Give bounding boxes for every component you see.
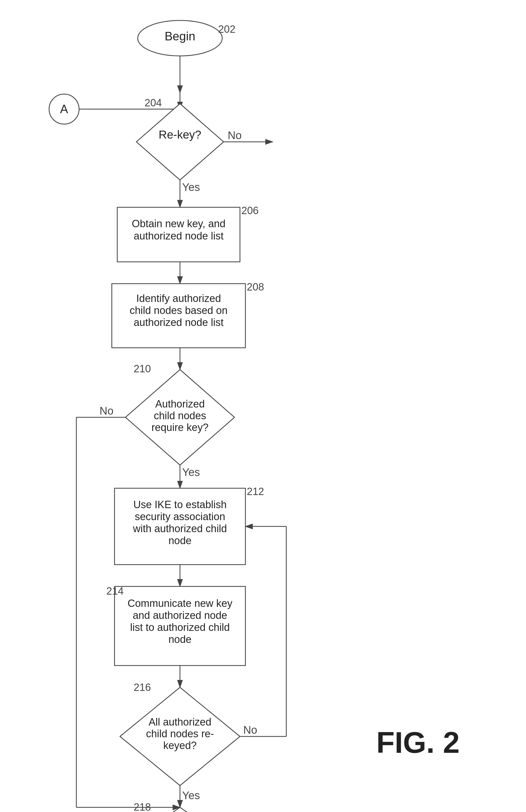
svg-text:206: 206 xyxy=(241,205,259,216)
svg-text:authorized node list: authorized node list xyxy=(134,317,223,328)
svg-text:authorized node list: authorized node list xyxy=(134,230,223,242)
svg-marker-9 xyxy=(136,104,223,180)
svg-text:Yes: Yes xyxy=(182,181,200,193)
svg-text:Obtain new key, and: Obtain new key, and xyxy=(132,218,225,229)
svg-text:202: 202 xyxy=(218,24,235,35)
svg-text:No: No xyxy=(100,405,114,417)
svg-text:keyed?: keyed? xyxy=(163,740,197,751)
svg-text:require key?: require key? xyxy=(151,422,208,433)
svg-text:All authorized: All authorized xyxy=(149,716,211,728)
svg-text:Yes: Yes xyxy=(182,789,200,801)
svg-text:node: node xyxy=(169,535,192,546)
svg-text:Re-key?: Re-key? xyxy=(159,128,201,141)
svg-text:with authorized child: with authorized child xyxy=(133,523,227,534)
svg-text:Use IKE to establish: Use IKE to establish xyxy=(133,499,227,510)
svg-text:Yes: Yes xyxy=(182,466,200,478)
svg-text:Authorized: Authorized xyxy=(155,398,205,410)
svg-text:Communicate new key: Communicate new key xyxy=(128,598,232,609)
svg-text:204: 204 xyxy=(145,97,162,108)
svg-text:child nodes based on: child nodes based on xyxy=(130,305,228,316)
svg-text:212: 212 xyxy=(247,486,264,497)
svg-text:210: 210 xyxy=(134,363,151,375)
svg-text:FIG. 2: FIG. 2 xyxy=(376,726,460,759)
svg-text:No: No xyxy=(228,129,242,141)
svg-text:218: 218 xyxy=(134,801,151,812)
svg-text:and authorized node: and authorized node xyxy=(133,610,228,621)
svg-text:Begin: Begin xyxy=(165,29,195,43)
svg-text:list to authorized child: list to authorized child xyxy=(130,622,230,633)
svg-text:security association: security association xyxy=(135,511,225,522)
svg-text:node: node xyxy=(169,634,192,645)
svg-text:208: 208 xyxy=(247,281,264,293)
svg-text:214: 214 xyxy=(106,585,123,597)
svg-text:No: No xyxy=(243,724,257,736)
svg-text:A: A xyxy=(60,102,68,116)
svg-text:child nodes: child nodes xyxy=(154,410,206,421)
svg-text:216: 216 xyxy=(134,682,151,693)
svg-text:Identify authorized: Identify authorized xyxy=(136,293,221,304)
diagram-container: Begin 202 A Re-key? 204 No Yes Obtain ne… xyxy=(0,0,526,812)
svg-text:child nodes re-: child nodes re- xyxy=(146,728,214,739)
